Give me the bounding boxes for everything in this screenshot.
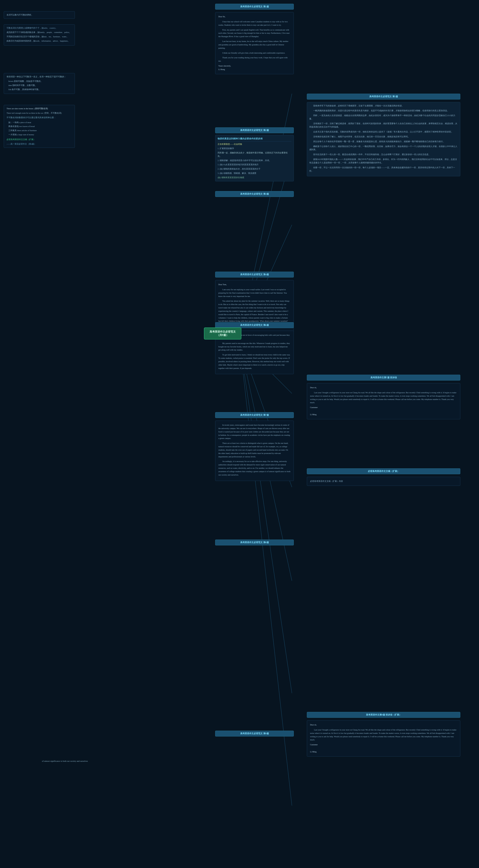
letter-1-para3: Last but not least, in my home, he or sh… (218, 40, 290, 50)
section-5-content: 迎南来停车下马的旅途者，必然经历了艰难困苦，沿途下去遭遇着，才能在一次次克服后阔… (307, 102, 460, 176)
section-9-title-box: 高考英语作文必背范文 第9篇 (215, 731, 294, 738)
letter-7-para1: In recent years, extravagance and waste … (218, 424, 290, 440)
section-2-subtitle: 物质积累是达到精神力量的必要条件的更多例 (217, 137, 291, 142)
fanyuan-note: 必背高考英语作文文稿（扩展） (307, 468, 460, 475)
letter-7-para3: Accordingly, it is necessary for us to t… (218, 460, 290, 476)
fanyuan-content: 必背高考英语作文文稿（扩展）内容 (307, 477, 460, 486)
grammar-box-2: 可数名词分为两类人或事物中的个个，如table、country。 成员的若干个个… (4, 24, 75, 45)
complaint-9-letter: Dear sir, Last year I bought a refrigera… (307, 720, 460, 756)
complaint-9-title-box: 高考英语作文第9篇 投诉信（扩展） (307, 712, 460, 719)
fanyuan-label: 必背高考英语作文文稿（扩展） (307, 468, 460, 474)
grammar-items-2: 可数名词分为两类人或事物中的个个，如table、country。 成员的若干个个… (6, 26, 72, 42)
letter-4-para1: I am sorry for not replying to your e-ma… (218, 288, 290, 298)
section-2-items: 正在积累善意——社会经验 1. 扩展英语的教学 同所属一起，接触到表达多少，都是… (217, 143, 291, 179)
section-2-label: 高考英语作文必背范文 第2篇 (215, 127, 294, 133)
section-4-title-box: 高考英语作文必背范文 第4篇 (215, 272, 294, 279)
complaint-9-close: CustomerLi Ming (310, 743, 457, 754)
page-container: 高考英语作文必背范文（共9篇） 名词可以数与不可数的辨析。 可数名词分为两类人或… (0, 0, 479, 868)
letter-7-para2: There are at least two criteria to disti… (218, 442, 290, 458)
letter-1-greeting: Dear Sir, (218, 15, 290, 19)
section-6-label: 高考英语作文必背范文 第6篇 (215, 322, 294, 328)
section-4-label: 高考英语作文必背范文 第4篇 (215, 272, 294, 277)
section-8-title-box: 高考英语作文必背范文 第8篇 (215, 539, 294, 547)
section-1-letter: Dear Sir, I hear that our school will we… (215, 12, 294, 74)
center-node: 高考英语作文必背范文（共9篇） (204, 328, 241, 339)
letter-1-close: Yours sincerely,Li Hong (218, 64, 290, 71)
letter-1-para4: I think our friendly will give him a bot… (218, 51, 290, 55)
grammar-content-1: 名词可以数与不可数的辨析。 (6, 13, 72, 17)
grammar-content-3: 有些词语一种含义下可数另一含义，在另一种状态下是不可数的： brown 原则可能… (6, 75, 72, 91)
grammar-box-1: 名词可以数与不可数的辨析。 (4, 11, 75, 19)
grammar-content-4: There are nine rooms in the house. (房间可数… (6, 107, 72, 146)
complaint-7-close: CustomerLi Ming (310, 406, 457, 416)
bottom-note: of utmost significance to both our socie… (42, 760, 113, 763)
fanyuan-text: 必背高考英语作文文稿（扩展）内容 (310, 479, 457, 483)
complaint-7-label: 高考英语作文第7篇 投诉信 (307, 375, 460, 380)
letter-1-para5: Thank you for your reading during your b… (218, 56, 290, 63)
complaint-7-title-box: 高考英语作文第7篇 投诉信 (307, 375, 460, 382)
letter-6-para2: My parents used to encourage me like thi… (218, 342, 290, 352)
section-2-content: 物质积累是达到精神力量的必要条件的更多例 正在积累善意——社会经验 1. 扩展英… (215, 135, 294, 181)
complaint-7-greeting: Dear sir, (310, 386, 457, 390)
letter-1-para2: First, my parents and I can speak Englis… (218, 28, 290, 38)
grammar-box-4: There are nine rooms in the house. (房间可数… (4, 105, 75, 148)
section-5-essay: 迎南来停车下马的旅途者，必然经历了艰难困苦，沿途下去遭遇着，才能在一次次克服后阔… (309, 104, 458, 173)
letter-4-greeting: Dear Tom, (218, 283, 290, 286)
letter-6-para3: To get kids motivated to learn, I think … (218, 353, 290, 370)
section-8-label: 高考英语作文必背范文 第8篇 (215, 539, 294, 546)
section-3-label: 高考英语作文必背范文 第3篇 (215, 191, 294, 197)
letter-1-para1: I hear that our school will welcome some… (218, 20, 290, 27)
section-9-label: 高考英语作文必背范文 第9篇 (215, 731, 294, 737)
section-7-letter: In recent years, extravagance and waste … (215, 421, 294, 481)
section-5-label: 高考英语作文必背范文 第5篇 (307, 94, 460, 99)
section-5-title-box: 高考英语作文必背范文 第5篇 (307, 94, 460, 101)
complaint-7-body: Last year I bought a refrigerator in you… (310, 391, 457, 404)
complaint-9-body: Last year I bought a refrigerator in you… (310, 728, 457, 742)
svg-line-8 (240, 341, 292, 693)
complaint-9-greeting: Dear sir, (310, 723, 457, 727)
section-1-title: 高考英语作文必背范文 第1篇 (215, 4, 294, 11)
complaint-9-label: 高考英语作文第9篇 投诉信（扩展） (307, 712, 460, 718)
complaint-7-letter: Dear sir, Last year I bought a refrigera… (307, 383, 460, 419)
section-3-title-box: 高考英语作文必背范文 第3篇 (215, 191, 294, 198)
section-7-label: 高考英语作文必背范文 第7篇 (215, 412, 294, 418)
section-2-title-box: 高考英语作文必背范文 第2篇 (215, 127, 294, 134)
section-1-label: 高考英语作文必背范文 第1篇 (215, 4, 294, 9)
section-7-title-box: 高考英语作文必背范文 第7篇 (215, 412, 294, 419)
grammar-box-3: 有些词语一种含义下可数另一含义，在另一种状态下是不可数的： brown 原则可能… (4, 73, 75, 94)
